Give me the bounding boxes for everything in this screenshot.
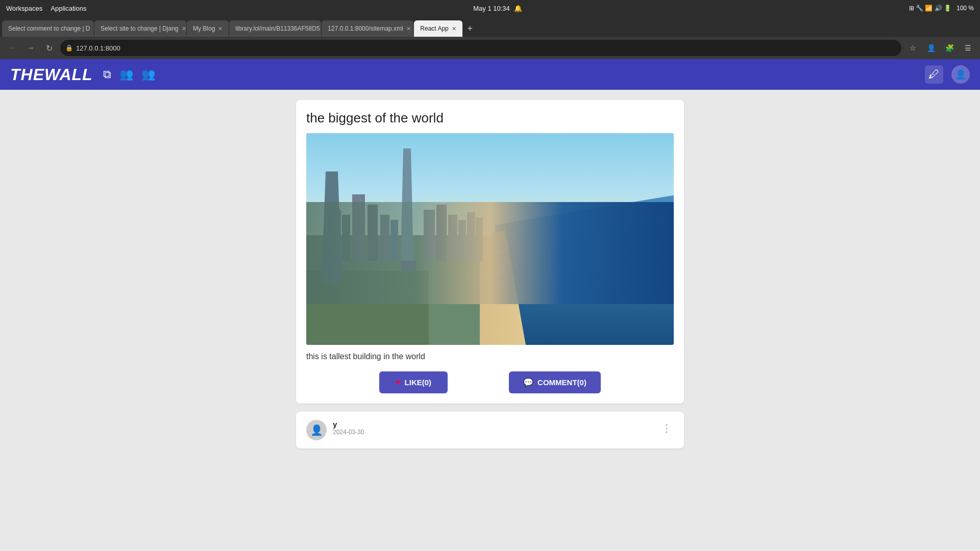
post-actions: ♥ LIKE(0) 💬 COMMENT(0) xyxy=(306,371,674,393)
comment-content: y 2024-03-30 xyxy=(333,420,653,436)
user-icon: 👤 xyxy=(955,69,966,80)
header-icons: ⧉ 👥 👥 xyxy=(103,68,155,81)
svg-rect-15 xyxy=(342,215,350,261)
city-skyline-svg xyxy=(306,133,674,345)
svg-rect-0 xyxy=(306,133,674,276)
new-tab-button[interactable]: + xyxy=(463,21,477,36)
app-header: THEWALL ⧉ 👥 👥 🖊 👤 xyxy=(0,59,980,90)
browser-tab-4[interactable]: library.lol/main/B11336AF58D5 ✕ xyxy=(229,20,321,37)
app-title: THEWALL xyxy=(10,65,93,84)
post-description: this is tallest building in the world xyxy=(306,352,674,361)
svg-rect-16 xyxy=(467,212,475,261)
heart-icon: ♥ xyxy=(396,378,401,387)
post-card: the biggest of the world xyxy=(296,100,684,404)
notification-icon: 🔔 xyxy=(514,5,522,12)
system-icons: ⊞ 🔧 📶 🔊 🔋 xyxy=(909,5,951,12)
tab-close-5[interactable]: ✕ xyxy=(406,26,411,32)
write-post-icon[interactable]: 🖊 xyxy=(925,65,943,84)
reload-button[interactable]: ↻ xyxy=(42,41,56,55)
like-button[interactable]: ♥ LIKE(0) xyxy=(379,371,448,393)
post-title: the biggest of the world xyxy=(306,110,674,126)
os-bar: Workspaces Applications May 1 10:34 🔔 ⊞ … xyxy=(0,0,980,16)
comment-label: COMMENT(0) xyxy=(537,378,586,387)
address-input[interactable] xyxy=(76,44,896,52)
tab-label-3: My Blog xyxy=(193,25,215,32)
post-image xyxy=(306,133,674,345)
browser-tab-6[interactable]: React App ✕ xyxy=(414,20,462,37)
browser-tab-2[interactable]: Select site to change | Djang ✕ xyxy=(94,20,186,37)
main-content: the biggest of the world xyxy=(0,90,980,551)
bookmark-button[interactable]: ☆ xyxy=(905,41,920,55)
tab-close-2[interactable]: ✕ xyxy=(182,26,186,32)
svg-rect-13 xyxy=(458,220,466,261)
svg-rect-17 xyxy=(476,217,483,261)
tab-label-2: Select site to change | Djang xyxy=(101,25,179,32)
comment-date: 2024-03-30 xyxy=(333,429,653,436)
comment-author: y xyxy=(333,420,653,429)
svg-rect-11 xyxy=(436,205,447,261)
nav-bar: ← → ↻ 🔒 ☆ 👤 🧩 ☰ xyxy=(0,37,980,59)
user-account-button[interactable]: 👤 xyxy=(924,41,938,55)
add-friends-icon[interactable]: 👥 xyxy=(141,68,155,81)
applications-menu[interactable]: Applications xyxy=(51,5,86,12)
svg-rect-6 xyxy=(352,194,365,261)
comment-bubble-icon: 💬 xyxy=(523,378,533,387)
tab-label-1: Select comment to change | D xyxy=(8,25,90,32)
browser-tab-5[interactable]: 127.0.0.1:8000/sitemap.xml ✕ xyxy=(322,20,413,37)
browser-menu-button[interactable]: ☰ xyxy=(961,41,975,55)
svg-rect-8 xyxy=(380,215,389,261)
battery-label: 100 % xyxy=(957,5,974,12)
comment-preview: 👤 y 2024-03-30 ⋮ xyxy=(296,412,684,448)
tab-close-6[interactable]: ✕ xyxy=(452,26,456,32)
tab-label-6: React App xyxy=(420,25,448,32)
copy-posts-icon[interactable]: ⧉ xyxy=(103,68,111,81)
tab-bar: Select comment to change | D ✕ Select si… xyxy=(0,16,980,37)
nav-right-icons: ☆ 👤 🧩 ☰ xyxy=(905,41,975,55)
svg-rect-9 xyxy=(390,220,398,261)
back-button[interactable]: ← xyxy=(5,41,19,55)
browser-chrome: Select comment to change | D ✕ Select si… xyxy=(0,16,980,59)
comment-menu-button[interactable]: ⋮ xyxy=(659,420,674,436)
forward-button[interactable]: → xyxy=(23,41,38,55)
avatar-icon: 👤 xyxy=(310,424,323,436)
header-right: 🖊 👤 xyxy=(925,65,970,84)
svg-rect-14 xyxy=(332,210,341,261)
extensions-button[interactable]: 🧩 xyxy=(942,41,957,55)
svg-rect-18 xyxy=(306,271,429,345)
workspaces-menu[interactable]: Workspaces xyxy=(6,5,42,12)
svg-rect-7 xyxy=(368,205,378,261)
os-bar-center: May 1 10:34 🔔 xyxy=(473,5,522,12)
tab-label-5: 127.0.0.1:8000/sitemap.xml xyxy=(328,25,403,32)
svg-marker-1 xyxy=(495,194,674,345)
friends-icon[interactable]: 👥 xyxy=(119,68,133,81)
like-label: LIKE(0) xyxy=(405,378,432,387)
svg-rect-12 xyxy=(448,215,457,261)
browser-tab-1[interactable]: Select comment to change | D ✕ xyxy=(2,20,94,37)
os-bar-right: ⊞ 🔧 📶 🔊 🔋 100 % xyxy=(909,5,974,12)
tab-close-1[interactable]: ✕ xyxy=(93,26,94,32)
tab-close-3[interactable]: ✕ xyxy=(218,26,223,32)
comment-avatar: 👤 xyxy=(306,420,327,440)
os-bar-left: Workspaces Applications xyxy=(6,5,86,12)
pencil-icon: 🖊 xyxy=(928,68,940,81)
secure-icon: 🔒 xyxy=(65,44,73,52)
svg-rect-10 xyxy=(424,210,435,261)
user-avatar[interactable]: 👤 xyxy=(951,65,970,84)
feed-container: the biggest of the world xyxy=(296,100,684,541)
comment-button[interactable]: 💬 COMMENT(0) xyxy=(509,371,601,393)
address-bar-container: 🔒 xyxy=(60,40,901,56)
tab-label-4: library.lol/main/B11336AF58D5 xyxy=(235,25,320,32)
browser-tab-3[interactable]: My Blog ✕ xyxy=(187,20,229,37)
svg-rect-5 xyxy=(401,261,416,276)
datetime-display: May 1 10:34 xyxy=(473,5,510,12)
